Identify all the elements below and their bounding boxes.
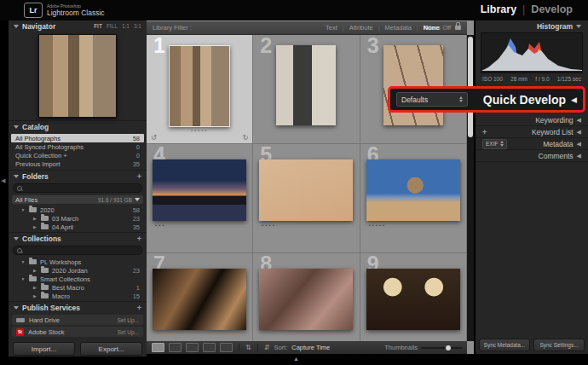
panel-collapse-arrow-icon[interactable]: ◀ bbox=[577, 129, 581, 136]
photo-thumbnail[interactable] bbox=[366, 159, 460, 221]
panel-section-keywording[interactable]: Keywording◀ bbox=[476, 114, 588, 126]
set-up-link[interactable]: Set Up... bbox=[118, 317, 139, 323]
grid-cell[interactable]: 7 bbox=[147, 253, 253, 341]
grid-cell[interactable]: 6••••• bbox=[360, 144, 467, 253]
panel-section-metadata[interactable]: EXIFMetadata◀ bbox=[476, 138, 588, 150]
lock-icon[interactable] bbox=[455, 26, 461, 30]
filter-option-text[interactable]: Text bbox=[326, 24, 337, 32]
rating-dots[interactable]: •••• bbox=[262, 223, 275, 228]
grid-cell[interactable]: 9 bbox=[360, 253, 467, 341]
survey-view-icon[interactable] bbox=[203, 343, 216, 352]
sort-value-dropdown[interactable]: Capture Time bbox=[291, 344, 330, 351]
catalog-item[interactable]: All Synced Photographs0 bbox=[11, 142, 144, 151]
grid-view-icon[interactable] bbox=[152, 343, 164, 352]
show-filmstrip-arrow[interactable]: ▲ bbox=[293, 356, 299, 362]
panel-section-keyword-list[interactable]: +Keyword List◀ bbox=[476, 126, 588, 138]
painter-icon[interactable]: ⇅ bbox=[245, 344, 251, 351]
loupe-view-icon[interactable] bbox=[169, 343, 182, 352]
filter-option-attribute[interactable]: Attribute bbox=[349, 24, 373, 32]
publish-service-item[interactable]: StAdobe StockSet Up... bbox=[12, 327, 143, 337]
navigator-panel-header[interactable]: Navigator FITFILL1:13:1 bbox=[9, 20, 147, 32]
disclosure-arrow-icon[interactable]: ▶ bbox=[32, 224, 37, 229]
quick-develop-panel-header[interactable]: Quick Develop bbox=[483, 93, 566, 107]
collection-item[interactable]: ▼PL Workshops bbox=[9, 258, 147, 266]
rating-dots[interactable]: ••••• bbox=[191, 128, 209, 133]
grid-cell[interactable]: 1•••••↺↻ bbox=[147, 35, 253, 144]
rating-dots[interactable]: ••••• bbox=[369, 223, 387, 228]
collections-search-input[interactable] bbox=[13, 246, 142, 255]
collections-panel-header[interactable]: Collections + bbox=[9, 232, 147, 244]
grid-cell[interactable]: 5•••• bbox=[253, 144, 360, 253]
tab-library[interactable]: Library bbox=[481, 3, 516, 15]
photo-thumbnail[interactable] bbox=[383, 45, 443, 125]
folders-panel-header[interactable]: Folders + bbox=[9, 170, 147, 182]
grid-scrollbar[interactable] bbox=[467, 35, 474, 341]
collection-item[interactable]: ▶Best Macro1 bbox=[9, 283, 147, 292]
stepper-arrows-icon[interactable] bbox=[459, 96, 463, 102]
sync-metadata-button[interactable]: Sync Metadata... bbox=[479, 339, 530, 351]
collection-item[interactable]: ▶2020 Jordan23 bbox=[9, 266, 147, 275]
filter-option-none[interactable]: None bbox=[424, 24, 440, 32]
histogram-graph[interactable] bbox=[481, 32, 583, 73]
folder-item[interactable]: ▼202058 bbox=[9, 206, 147, 214]
thumbnail-size-slider[interactable] bbox=[421, 347, 462, 349]
disclosure-arrow-icon[interactable]: ▼ bbox=[20, 259, 26, 264]
slider-knob[interactable] bbox=[446, 345, 451, 351]
photo-thumbnail[interactable] bbox=[169, 45, 230, 127]
collapse-left-panel-arrow[interactable]: ◀ bbox=[1, 177, 5, 184]
disclosure-arrow-icon[interactable]: ▶ bbox=[32, 216, 37, 221]
panel-section-comments[interactable]: Comments◀ bbox=[476, 150, 588, 162]
navigator-zoom-option[interactable]: FILL bbox=[107, 23, 118, 29]
grid-cell[interactable]: 2 bbox=[253, 35, 360, 144]
histogram-panel-header[interactable]: Histogram bbox=[476, 20, 588, 32]
panel-collapse-arrow-icon[interactable]: ◀ bbox=[577, 153, 581, 159]
disclosure-arrow-icon[interactable]: ▶ bbox=[32, 268, 37, 273]
collection-item[interactable]: ▶Macro15 bbox=[9, 292, 147, 300]
disclosure-arrow-icon[interactable]: ▶ bbox=[32, 285, 37, 290]
folders-search-input[interactable] bbox=[13, 183, 142, 193]
saved-preset-dropdown[interactable]: Defaults bbox=[396, 92, 468, 107]
panel-collapse-arrow-icon[interactable]: ◀ bbox=[571, 96, 577, 104]
volume-row[interactable]: All Files 91.6 / 931 GB bbox=[12, 195, 143, 204]
photo-thumbnail[interactable] bbox=[259, 159, 353, 221]
navigator-zoom-option[interactable]: 1:1 bbox=[122, 23, 130, 29]
photo-thumbnail[interactable] bbox=[153, 269, 246, 330]
tab-develop[interactable]: Develop bbox=[531, 3, 573, 15]
catalog-panel-header[interactable]: Catalog bbox=[9, 120, 147, 132]
navigator-zoom-option[interactable]: FIT bbox=[94, 23, 102, 29]
navigator-preview-image[interactable] bbox=[38, 34, 117, 118]
set-up-link[interactable]: Set Up... bbox=[118, 329, 139, 335]
panel-collapse-arrow-icon[interactable]: ◀ bbox=[577, 141, 581, 148]
publish-service-item[interactable]: Hard DriveSet Up... bbox=[12, 315, 143, 325]
panel-collapse-arrow-icon[interactable]: ◀ bbox=[577, 117, 581, 124]
add-publish-service-icon[interactable]: + bbox=[137, 304, 141, 312]
people-view-icon[interactable] bbox=[220, 343, 233, 352]
export-button[interactable]: Export... bbox=[80, 342, 142, 356]
add-collection-icon[interactable]: + bbox=[137, 235, 141, 243]
folder-item[interactable]: ▶04 April35 bbox=[9, 223, 147, 231]
publish-services-panel-header[interactable]: Publish Services + bbox=[9, 301, 147, 313]
sync-settings-button[interactable]: Sync Settings... bbox=[533, 339, 585, 351]
sort-direction-icon[interactable]: ⇵ bbox=[264, 344, 270, 351]
folder-item[interactable]: ▶03 March23 bbox=[9, 214, 147, 223]
disclosure-arrow-icon[interactable]: ▼ bbox=[20, 276, 26, 281]
photo-thumbnail[interactable] bbox=[259, 269, 353, 330]
catalog-item[interactable]: Quick Collection +0 bbox=[11, 151, 144, 159]
add-keyword-icon[interactable]: + bbox=[482, 128, 487, 136]
filter-option-metadata[interactable]: Metadata bbox=[385, 24, 412, 32]
rating-dots[interactable]: ••• bbox=[155, 223, 165, 228]
compare-view-icon[interactable] bbox=[186, 343, 199, 352]
photo-thumbnail[interactable] bbox=[366, 269, 460, 330]
add-folder-icon[interactable]: + bbox=[137, 172, 141, 181]
photo-thumbnail[interactable] bbox=[153, 159, 246, 221]
grid-cell[interactable]: 4••• bbox=[147, 144, 253, 253]
metadata-preset-dropdown[interactable]: EXIF bbox=[482, 139, 507, 149]
rotate-right-icon[interactable]: ↻ bbox=[243, 134, 249, 142]
disclosure-arrow-icon[interactable]: ▼ bbox=[20, 207, 26, 212]
disclosure-arrow-icon[interactable]: ▶ bbox=[32, 293, 37, 298]
rotate-left-icon[interactable]: ↺ bbox=[151, 134, 157, 142]
catalog-item[interactable]: Previous Import35 bbox=[11, 159, 144, 168]
collection-item[interactable]: ▼Smart Collections bbox=[9, 275, 147, 283]
catalog-item[interactable]: All Photographs58 bbox=[11, 134, 144, 142]
navigator-zoom-option[interactable]: 3:1 bbox=[134, 23, 141, 29]
